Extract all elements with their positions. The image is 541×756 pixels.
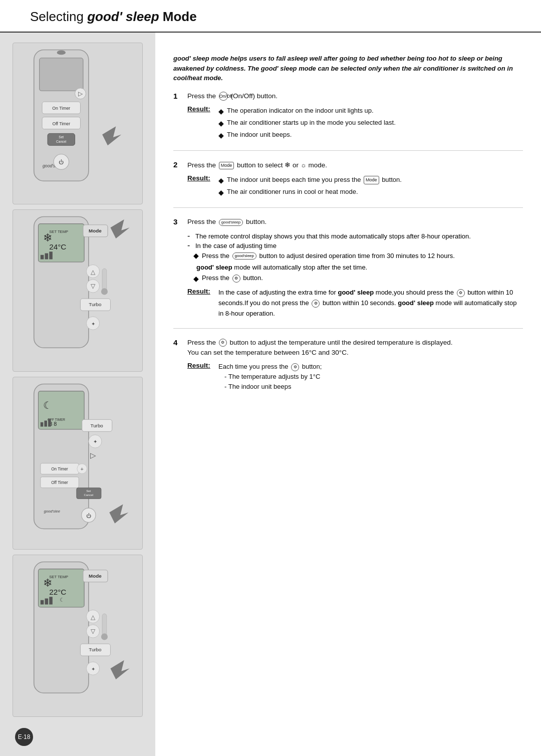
- step-3-goodsleep-line: good' sleep mode will automatically stop…: [196, 264, 523, 271]
- press-btn-text: Press the ⚙ button.: [202, 274, 263, 283]
- result-item: ◆ The operation indicator on the indoor …: [218, 105, 396, 117]
- bullet-icon: ◆: [218, 187, 224, 198]
- svg-text:On Timer: On Timer: [52, 106, 70, 111]
- svg-text:☾: ☾: [43, 399, 52, 410]
- sun-icon: ☼: [301, 161, 307, 169]
- svg-text:Cancel: Cancel: [56, 140, 67, 143]
- svg-text:SET TEMP: SET TEMP: [49, 230, 68, 234]
- step-3-details: - The remote control display shows you t…: [187, 231, 523, 283]
- bullet-icon: ◆: [218, 175, 224, 186]
- bullet-icon: ◆: [218, 106, 224, 117]
- svg-text:Off Timer: Off Timer: [51, 480, 68, 485]
- step-1-result: Result: ◆ The operation indicator on the…: [187, 105, 523, 141]
- svg-marker-15: [102, 126, 121, 145]
- svg-text:SET TEMP: SET TEMP: [49, 575, 68, 579]
- result-item: ◆ The air conditioner starts up in the m…: [218, 117, 396, 129]
- result-text: The indoor unit beeps.: [227, 129, 292, 140]
- svg-rect-71: [49, 597, 53, 604]
- step-1: 1 Press the On/Off (On/Off) button.: [173, 91, 523, 101]
- svg-text:Turbo: Turbo: [89, 302, 102, 308]
- svg-point-3: [57, 51, 66, 55]
- svg-text:☾: ☾: [60, 597, 65, 603]
- svg-rect-42: [41, 422, 43, 427]
- svg-text:Mode: Mode: [89, 573, 102, 579]
- result-item: ◆ The indoor unit beeps each time you pr…: [218, 174, 402, 186]
- result-text: The air conditioner starts up in the mod…: [227, 117, 396, 128]
- svg-text:Set: Set: [86, 489, 91, 492]
- step-3-detail-text: In the case of adjusting time: [195, 241, 277, 251]
- svg-text:Off Timer: Off Timer: [52, 121, 70, 126]
- result-item: ◆ The air conditioner runs in cool or he…: [218, 186, 402, 198]
- result-text: The air conditioner runs in cool or heat…: [227, 186, 358, 197]
- remote-image-3: ☾ OFF TIMER 8 8 Turbo ✦ ▷: [13, 377, 143, 550]
- bullet-icon: ◆: [218, 118, 224, 129]
- svg-rect-44: [48, 419, 51, 426]
- title-goodsleep: good' sleep: [87, 9, 159, 24]
- svg-rect-69: [41, 600, 44, 605]
- svg-marker-84: [110, 660, 129, 679]
- svg-rect-30: [102, 269, 107, 291]
- intro-section: good' sleep mode helps users to fall asl…: [173, 45, 523, 151]
- step-3-result-label: Result:: [187, 288, 213, 319]
- step-4-result-label: Result:: [187, 362, 213, 392]
- title-mode: Mode: [159, 9, 197, 24]
- step-1-result-items: ◆ The operation indicator on the indoor …: [218, 105, 396, 141]
- step-4-result-detail-1: - The temperature adjusts by 1°C: [224, 372, 322, 382]
- page-header: Selecting good' sleep Mode: [0, 0, 541, 33]
- svg-text:+: +: [81, 466, 84, 472]
- step-3-number: 3: [173, 217, 182, 226]
- bullet-icon: ◆: [218, 130, 224, 141]
- onoff-icon-4: ⚙: [312, 300, 320, 308]
- step-4-result: Result: Each time you press the ⚙ button…: [187, 362, 523, 392]
- onoff-icon: On/Off: [219, 92, 228, 101]
- svg-text:22°C: 22°C: [49, 588, 66, 596]
- svg-text:Cancel: Cancel: [84, 493, 93, 496]
- step-2-text: Press the Mode button to select ❄ or ☼ m…: [187, 160, 327, 170]
- step-4-text: Press the ⚙ button to adjust the tempera…: [187, 338, 453, 358]
- intro-text: good' sleep mode helps users to fall asl…: [173, 54, 523, 83]
- svg-rect-43: [44, 420, 47, 426]
- svg-marker-62: [109, 504, 128, 523]
- page: Selecting good' sleep Mode good'sleep: [0, 0, 541, 756]
- svg-text:✦: ✦: [91, 666, 95, 672]
- svg-marker-36: [110, 219, 129, 238]
- right-panel: good' sleep mode helps users to fall asl…: [155, 33, 541, 756]
- dash: -: [187, 241, 192, 250]
- svg-rect-23: [49, 252, 53, 260]
- onoff-icon-3: ⚙: [457, 289, 465, 297]
- step-3: 3 Press the good'sleep button.: [173, 217, 523, 227]
- svg-rect-78: [102, 614, 107, 636]
- step-2-result-items: ◆ The indoor unit beeps each time you pr…: [218, 174, 402, 198]
- title-selecting: Selecting: [30, 9, 87, 24]
- step-2-number: 2: [173, 160, 182, 169]
- result-text: The operation indicator on the indoor un…: [227, 105, 374, 116]
- step-3-result-text: In the case of adjusting the extra time …: [218, 288, 523, 319]
- step-4: 4 Press the ⚙ button to adjust the tempe…: [173, 338, 523, 358]
- step-3-subbullet-text: Press the good'sleep button to adjust de…: [202, 251, 455, 261]
- step-4-number: 4: [173, 338, 182, 347]
- svg-text:Set: Set: [59, 135, 64, 139]
- svg-text:Mode: Mode: [89, 228, 102, 234]
- page-title: Selecting good' sleep Mode: [30, 9, 511, 25]
- step-4-result-detail-2: - The indoor unit beeps: [224, 382, 322, 392]
- temp-icon-inline: ⚙: [291, 363, 299, 371]
- step-2-section: 2 Press the Mode button to select ❄ or ☼…: [173, 151, 523, 208]
- svg-text:good'slee: good'slee: [44, 509, 60, 514]
- remote-image-4: ❄ SET TEMP 22°C ☾ Mode △: [13, 555, 143, 716]
- main-content: good'sleep On Timer Off Timer Set Cancel: [0, 33, 541, 756]
- remote-image-1: good'sleep On Timer Off Timer Set Cancel: [13, 43, 143, 204]
- step-3-detail-1: - The remote control display shows you t…: [187, 231, 523, 241]
- svg-text:▽: ▽: [91, 628, 96, 635]
- step-1-number: 1: [173, 92, 182, 100]
- mode-icon-inline: Mode: [364, 176, 379, 184]
- svg-point-79: [101, 634, 108, 640]
- dash: -: [187, 231, 192, 240]
- svg-text:▷: ▷: [78, 90, 83, 97]
- step-3-section: 3 Press the good'sleep button. - The rem…: [173, 208, 523, 328]
- page-number: E·18: [15, 728, 33, 746]
- goodsleep-button-icon: good'sleep: [219, 219, 243, 226]
- svg-text:✦: ✦: [91, 321, 95, 327]
- step-2-result-label: Result:: [187, 174, 213, 198]
- step-4-result-intro: Each time you press the ⚙ button;: [218, 362, 322, 372]
- svg-point-31: [101, 289, 108, 295]
